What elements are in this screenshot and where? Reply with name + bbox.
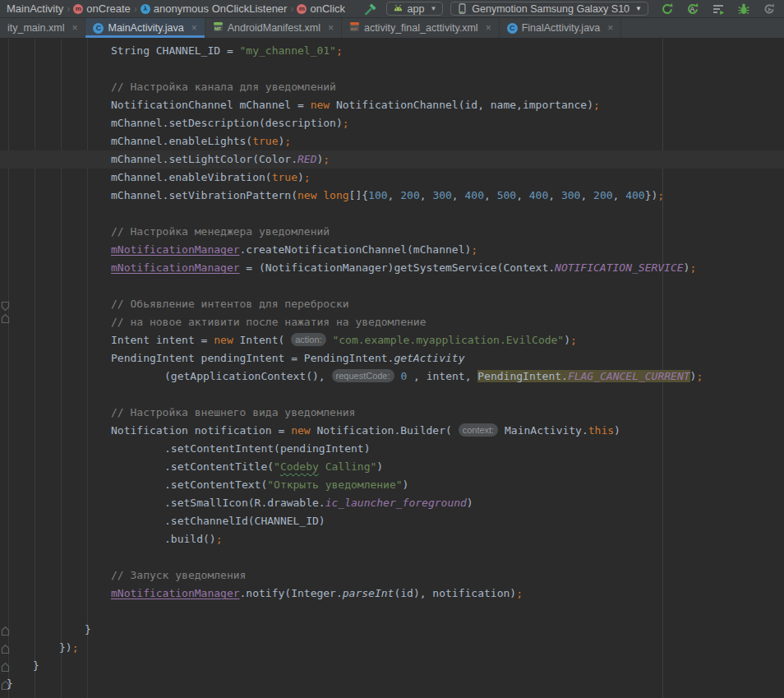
code-token: ; <box>284 135 291 147</box>
device-selector[interactable]: Genymotion Samsung Galaxy S10 ▼ <box>450 2 648 16</box>
code-line[interactable]: // Настройка внешнего вида уведомления <box>0 404 784 422</box>
code-line[interactable]: .setContentTitle("Codeby Calling") <box>0 458 784 476</box>
tab-mainactivity-java[interactable]: MainActivity.java× <box>85 18 205 38</box>
code-line[interactable]: .setChannelId(CHANNEL_ID) <box>0 512 784 530</box>
code-token: , <box>580 189 593 201</box>
code-token: mNotificationManager <box>111 243 240 256</box>
close-tab-icon[interactable]: × <box>71 23 77 33</box>
code-line[interactable]: .build(); <box>0 530 784 548</box>
code-line[interactable]: mChannel.setLightColor(Color.RED); <box>0 150 784 169</box>
code-line[interactable]: mNotificationManager.createNotificationC… <box>0 241 784 259</box>
code-line[interactable]: .setSmallIcon(R.drawable.ic_launcher_for… <box>0 494 784 512</box>
code-token: .notify(Integer. <box>240 587 343 599</box>
code-token: , <box>452 189 465 201</box>
close-tab-icon[interactable]: × <box>607 23 613 33</box>
code-line[interactable]: // на новое активити после нажатия на ув… <box>0 313 784 331</box>
code-line[interactable] <box>0 60 784 78</box>
code-line[interactable]: // Настройка канала для уведомлений <box>0 78 784 96</box>
code-line[interactable] <box>0 277 784 295</box>
code-token: // Настройка менеджера уведомлений <box>111 225 330 238</box>
code-token: , <box>420 189 433 201</box>
code-token: ) <box>467 497 473 509</box>
code-line[interactable] <box>0 603 784 621</box>
code-token: = (NotificationManager)getSystemService(… <box>240 261 556 274</box>
code-line[interactable]: mChannel.setVibrationPattern(new long[]{… <box>0 187 784 205</box>
code-token: .setContentTitle( <box>164 460 274 473</box>
code-line[interactable]: // Настройка менеджера уведомлений <box>0 223 784 241</box>
code-line[interactable]: .setContentText("Открыть уведомление") <box>0 476 784 494</box>
svg-text:xml: xml <box>351 26 357 31</box>
close-tab-icon[interactable]: × <box>486 23 491 33</box>
code-line[interactable]: Notification notification = new Notifica… <box>0 422 784 440</box>
tab-label: FinalActtivity.java <box>522 22 601 34</box>
tab-ity-main-xml[interactable]: ity_main.xml× <box>0 18 85 38</box>
code-token: NOTIFICATION_SERVICE <box>555 261 684 274</box>
breadcrumb-item[interactable]: onClick <box>294 2 348 15</box>
code-token: (id), notification) <box>394 587 516 599</box>
attach-debugger-icon[interactable] <box>761 1 777 17</box>
code-line[interactable] <box>0 205 784 223</box>
code-token: true <box>272 171 297 183</box>
class-icon <box>93 23 104 34</box>
code-token: ; <box>657 189 664 201</box>
code-token: ) <box>614 424 620 437</box>
run-configuration-selector[interactable]: app ▼ <box>386 2 444 16</box>
tab-activity-final-acttivity-xml[interactable]: xmlactivity_final_acttivity.xml× <box>342 18 500 38</box>
code-token: ic_launcher_foreground <box>325 497 467 509</box>
code-line[interactable]: mNotificationManager.notify(Integer.pars… <box>0 585 784 603</box>
code-line[interactable]: // Запуск уведомления <box>0 566 784 585</box>
code-token: ) <box>564 334 570 346</box>
code-token: 400 <box>529 189 548 201</box>
code-token: ; <box>343 117 349 129</box>
svg-text:MF: MF <box>214 26 222 31</box>
code-line[interactable]: Intent intent = new Intent( action: "com… <box>0 331 784 349</box>
device-selector-label: Genymotion Samsung Galaxy S10 <box>472 3 630 15</box>
code-token: 200 <box>593 189 612 201</box>
code-line[interactable]: mChannel.enableLights(true); <box>0 132 784 150</box>
code-token: mChannel.enableLights( <box>111 135 252 147</box>
code-token: this <box>588 424 614 437</box>
breadcrumb-item[interactable]: MainActivity <box>4 2 66 15</box>
code-token: ; <box>689 261 696 274</box>
code-editor[interactable]: String CHANNEL_ID = "my_channel_01";// Н… <box>0 39 784 698</box>
breadcrumb-label: MainActivity <box>7 2 63 15</box>
run-configuration-label: app <box>408 3 425 15</box>
close-tab-icon[interactable]: × <box>328 23 334 33</box>
code-line[interactable]: PendingIntent pendingIntent = PendingInt… <box>0 349 784 367</box>
code-token: true <box>252 135 278 147</box>
code-token: ) <box>376 460 383 473</box>
code-line[interactable]: // Обьявление интентов для переброски <box>0 295 784 313</box>
code-token: NotificationChannel(id, name,importance) <box>330 99 593 111</box>
code-line[interactable]: }); <box>0 639 784 657</box>
apply-code-changes-icon[interactable]: A <box>685 1 701 17</box>
code-token: RED <box>297 153 316 165</box>
code-line[interactable]: String CHANNEL_ID = "my_channel_01"; <box>0 42 784 60</box>
code-line[interactable] <box>0 548 784 566</box>
code-token: PendingIntent pendingIntent = PendingInt… <box>111 352 394 364</box>
code-line[interactable]: } <box>0 657 784 675</box>
tab-label: ity_main.xml <box>7 22 64 34</box>
code-line[interactable]: } <box>0 675 784 693</box>
code-line[interactable]: mNotificationManager = (NotificationMana… <box>0 259 784 277</box>
breadcrumb-item[interactable]: onCreate <box>71 2 132 15</box>
build-hammer-icon[interactable] <box>362 1 379 17</box>
code-line[interactable]: mChannel.enableVibration(true); <box>0 169 784 187</box>
breadcrumb-item[interactable]: anonymous OnClickListener <box>138 2 290 15</box>
code-token: , <box>516 189 529 201</box>
close-tab-icon[interactable]: × <box>191 23 197 33</box>
code-line[interactable]: } <box>0 621 784 639</box>
tab-finalacttivity-java[interactable]: FinalActtivity.java× <box>500 18 622 38</box>
apply-changes-icon[interactable] <box>659 1 676 17</box>
tab-androidmanifest-xml[interactable]: MFAndroidManifest.xml× <box>205 18 342 38</box>
debug-icon[interactable] <box>736 1 752 17</box>
code-line[interactable]: (getApplicationContext(), requestCode: 0… <box>0 367 784 386</box>
code-token: FLAG_CANCEL_CURRENT <box>568 370 690 382</box>
code-token: } <box>7 677 13 690</box>
code-area[interactable]: String CHANNEL_ID = "my_channel_01";// Н… <box>0 42 784 693</box>
code-token: }) <box>645 189 658 201</box>
code-line[interactable]: .setContentIntent(pendingIntent) <box>0 440 784 458</box>
profiler-icon[interactable] <box>710 1 726 17</box>
code-line[interactable] <box>0 386 784 404</box>
code-line[interactable]: mChannel.setDescription(description); <box>0 114 784 132</box>
code-line[interactable]: NotificationChannel mChannel = new Notif… <box>0 96 784 114</box>
